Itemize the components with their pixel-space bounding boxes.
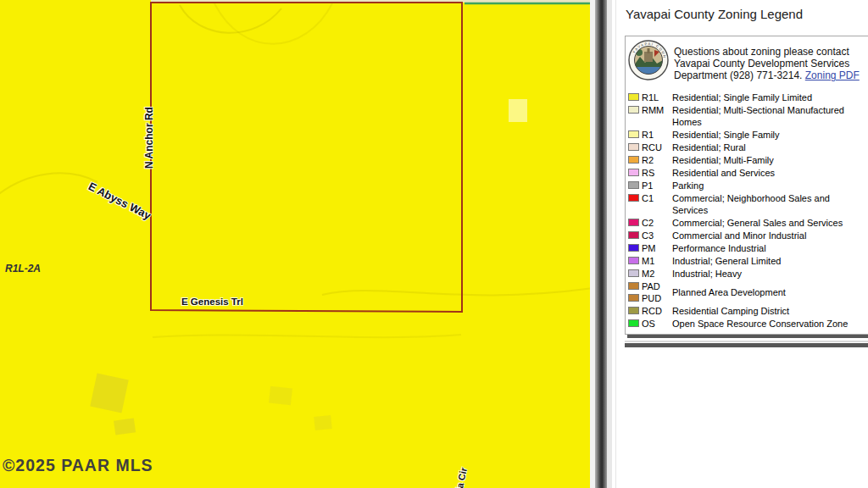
legend-row: R1 Residential; Single Family [628, 129, 868, 141]
zone-description: Industrial; General Limited [672, 255, 781, 267]
yavapai-county-seal-icon: YAVAPAI COUNTY ARIZONA [628, 40, 669, 80]
lower-panel-shadow [625, 343, 868, 347]
zone-color-swatch [628, 194, 639, 202]
zone-code: RMM [642, 104, 664, 116]
legend-row: OS Open Space Resource Conservation Zone [628, 318, 868, 330]
legend-row-swatches: PM [628, 242, 672, 254]
panel-left-edge [615, 0, 616, 488]
zone-description: Residential and Services [672, 167, 775, 179]
legend-row: RCU Residential; Rural [628, 141, 868, 153]
legend-row: R1L Residential; Single Family Limited [628, 92, 868, 103]
zone-code: C3 [642, 230, 654, 241]
note-line-2: Yavapai County Development Services [674, 58, 849, 69]
zone-color-swatch [628, 257, 639, 264]
zone-description: Commercial; Neighborhood Sales andServic… [672, 192, 830, 216]
zoning-map: N Anchor Rd E Abyss Way E Genesis Trl ol… [0, 0, 590, 488]
legend-row-swatches: M2 [628, 268, 672, 280]
zone-description: Commercial; General Sales and Services [672, 217, 843, 229]
note-line-1: Questions about zoning please contact [674, 46, 849, 58]
legend-rows: R1L Residential; Single Family Limited R… [628, 92, 868, 330]
legend-row-swatches: RS [628, 167, 672, 179]
legend-row-swatches: RCU [628, 141, 672, 153]
zone-code: C1 [642, 192, 654, 204]
legend-row-swatches: C1 [628, 192, 672, 216]
legend-row: M1 Industrial; General Limited [628, 255, 868, 267]
legend-row-swatches: C3 [628, 230, 672, 241]
zone-color-swatch [628, 93, 639, 101]
zone-code: R1L [642, 92, 659, 103]
zone-code: M2 [642, 268, 654, 280]
legend-panel: Yavapai County Zoning Legend YAVAPAI COU… [612, 0, 868, 488]
panel-divider [595, 0, 607, 488]
road-label-e-genesis-trl: E Genesis Trl [181, 297, 243, 307]
zone-description: Residential; Multi-Family [672, 154, 774, 166]
zone-description: Residential; Multi-Sectional Manufacture… [672, 104, 844, 128]
zone-code: M1 [642, 255, 654, 267]
legend-row: C2 Commercial; General Sales and Service… [628, 217, 868, 229]
legend-row-swatches: RMM [628, 104, 672, 128]
zone-color-swatch [628, 219, 639, 226]
zone-code: RS [642, 167, 654, 179]
zone-description: Performance Industrial [672, 242, 766, 254]
zone-code: PUD [642, 292, 661, 304]
legend-row-swatches: R1L [628, 92, 672, 103]
legend-box: YAVAPAI COUNTY ARIZONA Questions about [625, 36, 868, 335]
zone-description: Residential Camping District [672, 305, 789, 317]
zone-description: Residential; Single Family [672, 129, 780, 141]
legend-row-swatches: P1 [628, 180, 672, 191]
zone-color-swatch [628, 106, 639, 114]
legend-row-swatches: OS [628, 318, 672, 330]
zone-code: R2 [642, 154, 654, 166]
legend-row-swatches: RCD [628, 305, 672, 317]
legend-row: R2 Residential; Multi-Family [628, 154, 868, 166]
legend-row-swatches: R1 [628, 129, 672, 141]
zone-description: Industrial; Heavy [672, 268, 742, 280]
legend-header: YAVAPAI COUNTY ARIZONA Questions about [628, 40, 868, 81]
zone-description: Commercial and Minor Industrial [672, 230, 806, 241]
zone-code: P1 [642, 180, 653, 191]
legend-row: RS Residential and Services [628, 167, 868, 179]
legend-row-swatches: PADPUD [628, 280, 672, 304]
zone-description: Residential; Single Family Limited [672, 92, 812, 103]
screen: N Anchor Rd E Abyss Way E Genesis Trl ol… [0, 0, 868, 488]
zone-color-swatch [628, 181, 639, 189]
zone-code: RCD [642, 305, 662, 317]
note-line-3: Department (928) 771-3214. [674, 69, 802, 81]
copyright-watermark: ©2025 PAAR MLS [3, 456, 153, 475]
legend-row: C1 Commercial; Neighborhood Sales andSer… [628, 192, 868, 216]
zoning-pdf-link[interactable]: Zoning PDF [805, 69, 860, 81]
zone-color-swatch [628, 130, 639, 138]
zone-code: OS [642, 318, 655, 330]
zone-color-swatch [628, 143, 639, 151]
legend-row: RMM Residential; Multi-Sectional Manufac… [628, 104, 868, 128]
map-graphics [0, 0, 590, 488]
zone-color-swatch [628, 307, 639, 314]
legend-row: M2 Industrial; Heavy [628, 268, 868, 280]
zone-color-swatch [628, 269, 639, 277]
zone-description: Planned Area Development [672, 286, 786, 298]
legend-row: P1 Parking [628, 180, 868, 191]
zone-code: R1 [642, 129, 654, 141]
zone-description: Parking [672, 180, 704, 191]
zone-code: PAD [642, 280, 660, 292]
zone-code: RCU [642, 141, 662, 153]
zone-description: Residential; Rural [672, 141, 746, 153]
zone-color-swatch [628, 231, 639, 239]
legend-row-swatches: C2 [628, 217, 672, 229]
zone-color-swatch [628, 294, 639, 302]
parcel-outline [151, 3, 462, 312]
zone-code: C2 [642, 217, 654, 229]
road-label-n-anchor-rd: N Anchor Rd [143, 109, 155, 169]
zone-color-swatch [628, 156, 639, 164]
zone-region-label: R1L-2A [5, 263, 41, 274]
legend-row-swatches: M1 [628, 255, 672, 267]
legend-title: Yavapai County Zoning Legend [626, 7, 803, 21]
zone-color-swatch [628, 282, 639, 290]
legend-row-swatches: R2 [628, 154, 672, 166]
zone-color-swatch [628, 244, 639, 252]
lower-panel-edge [625, 341, 868, 342]
zone-color-swatch [628, 169, 639, 176]
zone-color-swatch [628, 319, 639, 327]
legend-row: RCD Residential Camping District [628, 305, 868, 317]
zone-code: PM [642, 242, 656, 254]
